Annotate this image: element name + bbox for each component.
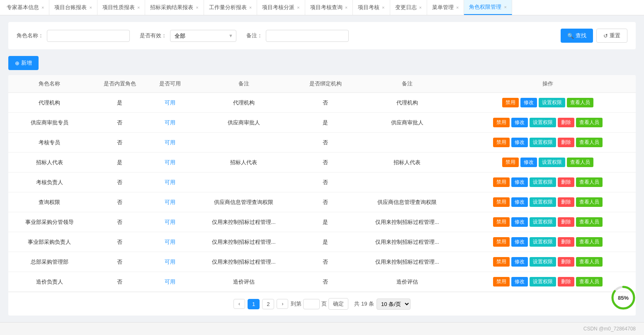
view-button[interactable]: 查看人员 <box>576 217 603 227</box>
search-icon: 🔍 <box>567 33 574 39</box>
disable-button[interactable]: 禁用 <box>493 237 510 247</box>
tab-close-icon[interactable]: × <box>297 5 299 10</box>
search-button[interactable]: 🔍 查找 <box>561 29 593 43</box>
view-button[interactable]: 查看人员 <box>576 118 603 127</box>
permission-button[interactable]: 设置权限 <box>530 257 556 267</box>
permission-button[interactable]: 设置权限 <box>530 217 556 227</box>
tab-item-tab5[interactable]: 工作量分析报表× <box>204 0 257 15</box>
table-cell <box>191 172 296 192</box>
permission-button[interactable]: 设置权限 <box>530 197 556 207</box>
delete-button[interactable]: 删除 <box>558 277 574 286</box>
table-wrapper: 角色名称是否内置角色是否可用备注是否绑定机构备注操作 代理机构是可用代理机构否代… <box>8 75 636 316</box>
disable-button[interactable]: 禁用 <box>502 98 519 107</box>
next-page-btn[interactable]: › <box>277 299 288 309</box>
tab-close-icon[interactable]: × <box>196 5 198 10</box>
disable-button[interactable]: 禁用 <box>493 118 510 127</box>
disable-button[interactable]: 禁用 <box>502 158 519 167</box>
tab-item-tab10[interactable]: 菜单管理× <box>427 0 464 15</box>
prev-page-btn[interactable]: ‹ <box>233 299 245 309</box>
view-button[interactable]: 查看人员 <box>567 158 593 167</box>
disable-button[interactable]: 禁用 <box>493 138 510 147</box>
permission-button[interactable]: 设置权限 <box>530 138 556 147</box>
permission-button[interactable]: 设置权限 <box>530 277 556 286</box>
table-cell: 否 <box>296 252 354 272</box>
tab-close-icon[interactable]: × <box>249 5 252 10</box>
disable-button[interactable]: 禁用 <box>493 177 510 187</box>
valid-select[interactable]: 全部是否 <box>170 30 236 42</box>
tab-close-icon[interactable]: × <box>345 5 348 10</box>
table-cell: 否 <box>91 212 149 232</box>
table-row: 招标人代表是可用招标人代表否招标人代表禁用修改设置权限查看人员 <box>8 153 636 172</box>
page-size-select[interactable]: 10 条/页20 条/页50 条/页 <box>377 299 411 310</box>
delete-button[interactable]: 删除 <box>558 257 574 267</box>
table-cell: 可用 <box>149 133 191 153</box>
main-content: 角色名称： 是否有效： 全部是否 ▼ 备注： 🔍 查找 ↺ 重置 <box>0 15 644 322</box>
permission-button[interactable]: 设置权限 <box>530 237 556 247</box>
tab-item-tab1[interactable]: 专家基本信息× <box>2 0 49 15</box>
tab-item-tab7[interactable]: 项目考核查询× <box>305 0 353 15</box>
view-button[interactable]: 查看人员 <box>576 237 603 247</box>
col-header: 是否绑定机构 <box>296 75 354 93</box>
table-cell: 否 <box>91 172 149 192</box>
goto-input[interactable]: 1 <box>303 299 320 309</box>
tab-item-tab6[interactable]: 项目考核分派× <box>257 0 305 15</box>
tab-close-icon[interactable]: × <box>504 5 506 10</box>
reset-button[interactable]: ↺ 重置 <box>596 29 627 43</box>
tab-item-tab4[interactable]: 招标采购结果报表× <box>145 0 204 15</box>
table-body: 代理机构是可用代理机构否代理机构禁用修改设置权限查看人员供应商审批专员否可用供应… <box>8 93 636 292</box>
view-button[interactable]: 查看人员 <box>567 98 593 107</box>
edit-button[interactable]: 修改 <box>520 98 537 107</box>
edit-button[interactable]: 修改 <box>520 158 537 167</box>
edit-button[interactable]: 修改 <box>511 118 528 127</box>
permission-button[interactable]: 设置权限 <box>539 98 565 107</box>
delete-button[interactable]: 删除 <box>558 118 574 127</box>
view-button[interactable]: 查看人员 <box>576 177 603 187</box>
permission-button[interactable]: 设置权限 <box>530 177 556 187</box>
goto-label: 到第 <box>291 300 301 308</box>
goto-confirm-btn[interactable]: 确定 <box>328 298 348 310</box>
edit-button[interactable]: 修改 <box>511 237 528 247</box>
table-cell: 考核专员 <box>8 133 91 153</box>
delete-button[interactable]: 删除 <box>558 217 574 227</box>
delete-button[interactable]: 删除 <box>558 177 574 187</box>
disable-button[interactable]: 禁用 <box>493 197 510 207</box>
tab-item-tab9[interactable]: 变更日志× <box>390 0 427 15</box>
view-button[interactable]: 查看人员 <box>576 277 603 286</box>
page-2-btn[interactable]: 2 <box>262 299 274 309</box>
edit-button[interactable]: 修改 <box>511 177 528 187</box>
delete-button[interactable]: 删除 <box>558 138 574 147</box>
tab-item-tab2[interactable]: 项目台账报表× <box>49 0 97 15</box>
add-button[interactable]: ⊕ 新增 <box>8 56 39 70</box>
disable-button[interactable]: 禁用 <box>493 277 510 286</box>
remark-input[interactable] <box>266 30 349 42</box>
action-bar: ⊕ 新增 <box>8 56 636 70</box>
edit-button[interactable]: 修改 <box>511 277 528 286</box>
edit-button[interactable]: 修改 <box>511 257 528 267</box>
tab-item-tab8[interactable]: 项目考核× <box>353 0 390 15</box>
disable-button[interactable]: 禁用 <box>493 217 510 227</box>
table-cell: 可用 <box>149 272 191 292</box>
edit-button[interactable]: 修改 <box>511 217 528 227</box>
tab-close-icon[interactable]: × <box>419 5 422 10</box>
search-actions: 🔍 查找 ↺ 重置 <box>561 29 627 43</box>
role-name-input[interactable] <box>47 30 130 42</box>
permission-button[interactable]: 设置权限 <box>539 158 565 167</box>
tab-label: 菜单管理 <box>432 4 454 11</box>
delete-button[interactable]: 删除 <box>558 197 574 207</box>
view-button[interactable]: 查看人员 <box>576 138 603 147</box>
view-button[interactable]: 查看人员 <box>576 197 603 207</box>
tab-close-icon[interactable]: × <box>382 5 384 10</box>
edit-button[interactable]: 修改 <box>511 197 528 207</box>
page-1-btn[interactable]: 1 <box>248 299 260 309</box>
edit-button[interactable]: 修改 <box>511 138 528 147</box>
tab-close-icon[interactable]: × <box>89 5 92 10</box>
disable-button[interactable]: 禁用 <box>493 257 510 267</box>
tab-close-icon[interactable]: × <box>41 5 44 10</box>
tab-close-icon[interactable]: × <box>456 5 459 10</box>
tab-item-tab3[interactable]: 项目性质报表× <box>97 0 145 15</box>
tab-item-tab11[interactable]: 角色权限管理× <box>464 0 512 15</box>
tab-close-icon[interactable]: × <box>137 5 140 10</box>
permission-button[interactable]: 设置权限 <box>530 118 556 127</box>
view-button[interactable]: 查看人员 <box>576 257 603 267</box>
delete-button[interactable]: 删除 <box>558 237 574 247</box>
